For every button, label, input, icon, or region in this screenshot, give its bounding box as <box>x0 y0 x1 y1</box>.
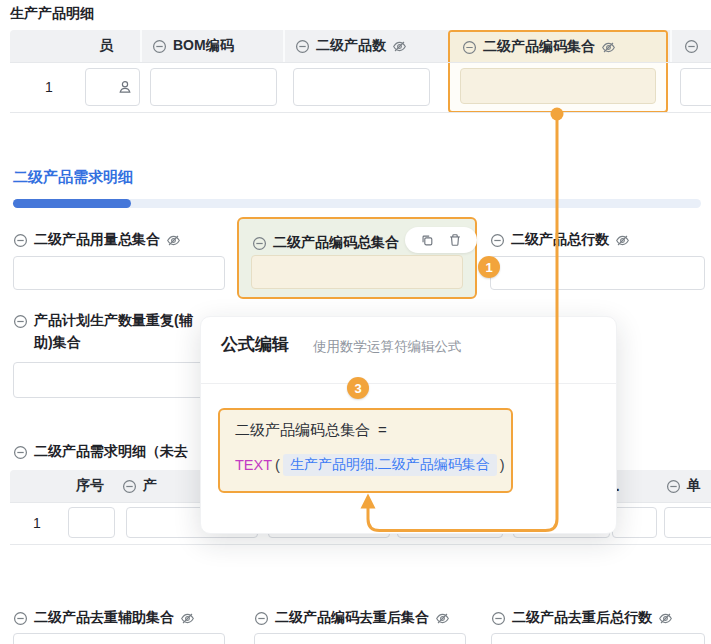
annotation-badge-3: 3 <box>347 377 369 399</box>
column-header-label: 员 <box>99 37 113 55</box>
column-header-product[interactable]: 产 <box>122 470 157 502</box>
link-icon <box>152 39 167 54</box>
divider <box>10 112 711 113</box>
field-label-plan-repeat-line2: 助)集合 <box>34 334 81 352</box>
field-label-text: 助)集合 <box>34 334 81 352</box>
horizontal-scrollbar-track[interactable] <box>13 199 701 208</box>
field-input-row-total[interactable] <box>490 256 705 290</box>
hidden-eye-icon <box>392 39 407 54</box>
field-label-row-total: 二级产品总行数 <box>490 231 630 249</box>
formula-field-chip[interactable]: 生产产品明细.二级产品编码集合 <box>283 454 497 476</box>
row-number: 1 <box>34 62 64 113</box>
highlighted-column-code-set[interactable]: 二级产品编码集合 <box>448 30 668 113</box>
copy-icon[interactable] <box>420 233 434 247</box>
tab-demand-detail[interactable]: 二级产品需求明细 <box>13 168 133 187</box>
hidden-eye-icon <box>166 233 181 248</box>
row-number: 1 <box>22 502 52 544</box>
subform-title-production: 生产产品明细 <box>10 5 94 23</box>
formula-target-field: 二级产品编码总集合 <box>235 421 370 440</box>
formula-function-name: TEXT <box>235 457 272 473</box>
cell-input-unit[interactable] <box>664 507 711 538</box>
close-paren: ) <box>500 457 505 473</box>
field-label-dedupe-helper: 二级产品去重辅助集合 <box>13 609 195 627</box>
column-header-label: BOM编码 <box>173 37 234 55</box>
link-icon <box>13 611 28 626</box>
hidden-eye-icon <box>435 611 450 626</box>
cell-input-count[interactable] <box>293 68 430 106</box>
production-subform-table: 员 BOM编码 二级产品数 二级产品编码集合 1 <box>10 30 711 113</box>
formula-expression-line: TEXT ( 生产产品明细.二级产品编码集合 ) <box>235 454 505 476</box>
column-header-seq[interactable]: 序号 <box>60 470 120 502</box>
column-header-bom[interactable]: BOM编码 <box>152 30 234 62</box>
form-designer-canvas: 生产产品明细 员 BOM编码 二级产品数 二级产品编码集合 <box>0 0 711 644</box>
column-divider <box>140 30 142 62</box>
formula-target-line: 二级产品编码总集合 = <box>235 421 387 440</box>
equals-sign: = <box>378 421 387 440</box>
link-icon <box>462 40 477 55</box>
link-icon <box>666 479 681 494</box>
link-icon <box>252 236 267 251</box>
subform-title-text: 二级产品需求明细（未去 <box>34 443 188 461</box>
field-label-text: 二级产品总行数 <box>511 231 609 249</box>
divider <box>10 544 711 545</box>
column-divider <box>283 30 285 62</box>
column-divider <box>670 30 672 62</box>
divider <box>201 383 616 384</box>
formula-editor-popup: 公式编辑 使用数学运算符编辑公式 二级产品编码总集合 = TEXT ( 生产产品… <box>200 316 617 534</box>
field-input-code-total[interactable] <box>251 255 463 289</box>
link-icon <box>13 314 28 329</box>
hidden-eye-icon <box>615 233 630 248</box>
cell-input-bom[interactable] <box>150 68 277 106</box>
column-header-label: 序号 <box>76 477 104 495</box>
field-label-text: 产品计划生产数量重复(辅 <box>34 312 193 330</box>
field-input-deduped-row-total[interactable] <box>491 633 705 644</box>
open-paren: ( <box>275 457 280 473</box>
field-input-plan-repeat[interactable] <box>13 362 225 398</box>
trash-icon[interactable] <box>448 233 462 247</box>
column-header-label: 单 <box>687 477 701 495</box>
field-toolbar <box>405 227 477 253</box>
popup-subtitle: 使用数学运算符编辑公式 <box>313 338 462 356</box>
hidden-eye-icon <box>658 611 673 626</box>
link-icon <box>295 39 310 54</box>
divider <box>10 62 711 63</box>
field-label-plan-repeat: 产品计划生产数量重复(辅 <box>13 312 193 330</box>
field-label-usage-total: 二级产品用量总集合 <box>13 231 181 249</box>
column-header-member[interactable]: 员 <box>72 30 140 62</box>
field-label-text: 二级产品编码去重后集合 <box>275 609 429 627</box>
link-icon <box>491 611 506 626</box>
column-header-label: 产 <box>143 477 157 495</box>
selected-field-card-code-total[interactable]: 二级产品编码总集合 <box>237 217 477 299</box>
link-icon <box>490 233 505 248</box>
column-header-count[interactable]: 二级产品数 <box>295 30 407 62</box>
link-icon <box>122 479 137 494</box>
cell-input-ellipsis[interactable] <box>612 507 657 538</box>
column-header-unit[interactable]: 单 <box>666 470 701 502</box>
subform-title-demand-raw: 二级产品需求明细（未去 <box>13 443 188 461</box>
field-label-code-deduped: 二级产品编码去重后集合 <box>254 609 450 627</box>
field-label-text: 二级产品去重后总行数 <box>512 609 652 627</box>
field-input-code-deduped[interactable] <box>254 633 466 644</box>
cell-input-partial[interactable] <box>680 68 711 106</box>
column-header-label: 二级产品编码集合 <box>483 38 595 56</box>
person-icon <box>117 79 133 95</box>
field-input-dedupe-helper[interactable] <box>13 633 225 644</box>
column-header-label: 二级产品数 <box>316 37 386 55</box>
cell-input-member[interactable] <box>85 68 140 106</box>
formula-expression-box[interactable]: 二级产品编码总集合 = TEXT ( 生产产品明细.二级产品编码集合 ) <box>218 408 513 493</box>
hidden-eye-icon <box>180 611 195 626</box>
field-label-code-total: 二级产品编码总集合 <box>252 234 399 252</box>
cell-input-seq[interactable] <box>68 507 115 538</box>
cell-input-code-set[interactable] <box>460 68 656 104</box>
horizontal-scrollbar-thumb[interactable] <box>13 199 131 208</box>
field-label-text: 二级产品编码总集合 <box>273 234 399 252</box>
hidden-eye-icon <box>601 40 616 55</box>
field-input-usage-total[interactable] <box>13 256 225 290</box>
field-label-text: 二级产品去重辅助集合 <box>34 609 174 627</box>
annotation-badge-1: 1 <box>478 256 500 278</box>
link-icon <box>13 445 28 460</box>
link-icon <box>684 39 699 54</box>
link-icon <box>13 233 28 248</box>
column-header-partial[interactable] <box>684 30 699 62</box>
field-label-text: 二级产品用量总集合 <box>34 231 160 249</box>
